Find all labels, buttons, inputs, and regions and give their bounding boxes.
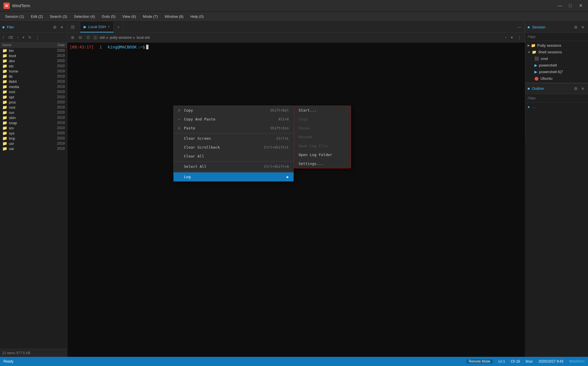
ctx-sep3 [174, 172, 293, 172]
filer-item[interactable]: 📁lib642019 [0, 79, 67, 84]
filer-item-date: 2019 [50, 126, 65, 130]
session-settings-icon[interactable]: ⚙ [573, 24, 579, 30]
split-h-icon[interactable]: ⊟ [77, 35, 83, 40]
ctx-clear-screen[interactable]: Clear Screen Ctrl+L [174, 134, 293, 143]
breadcrumb-more-icon[interactable]: › [504, 35, 508, 40]
menu-item-view--6-[interactable]: View (6) [119, 13, 139, 20]
tree-item-putty-sessions[interactable]: ▶📁Putty sessions [525, 42, 588, 49]
ctx-copy[interactable]: ⎘ Copy Shift+Del [174, 106, 293, 115]
filer-item[interactable]: 📁snap2019 [0, 120, 67, 125]
tab-close-icon[interactable]: ✕ [107, 25, 110, 29]
filer-item[interactable]: 📁tmp2020 [0, 136, 67, 141]
filer-settings-icon[interactable]: ⚙ [52, 24, 58, 30]
tree-item-cmd[interactable]: ⬛cmd [525, 55, 588, 62]
bc-local[interactable]: local ssh [137, 36, 150, 40]
tab-add-button[interactable]: + [114, 22, 123, 32]
tree-item-ubuntu[interactable]: ⬤Ubuntu [525, 75, 588, 82]
menu-item-help--0-[interactable]: Help (0) [187, 13, 206, 20]
filer-item-date: 2019 [50, 69, 65, 73]
ctx-select-all-shortcut: Ctrl+Shift+A [264, 165, 289, 169]
ctx-log[interactable]: Log ▶ [174, 172, 293, 181]
more-icon[interactable]: ⋮ [34, 35, 40, 40]
terminal-content[interactable]: [09:43:17] 1 king@MACBOOK :~$ ⎘ Copy Shi… [67, 42, 525, 357]
menu-item-goto--5-[interactable]: Goto (5) [99, 13, 118, 20]
up-icon[interactable]: ↑ [16, 35, 20, 40]
new-tab-icon[interactable]: ⊞ [70, 35, 76, 40]
outline-title: Outline [532, 86, 572, 91]
outline-panel: ■ Outline ⚙ ✕ ● ... [525, 83, 588, 140]
filer-item[interactable]: 📁etc2020 [0, 63, 67, 69]
backspace-icon[interactable]: ⌫ [7, 35, 14, 40]
session-filter-input[interactable] [528, 35, 586, 39]
bc-ssh[interactable]: ssh [100, 36, 105, 40]
filer-item-name: mnt [9, 90, 50, 94]
filer-item[interactable]: 📁run2020 [0, 110, 67, 115]
filer-item-date: 2019 [50, 95, 65, 99]
filer-item[interactable]: 📁srv2019 [0, 125, 67, 131]
sub-start[interactable]: Start... [294, 106, 351, 115]
tab-bar: ⬛ ▶ Local SSH ✕ + — [67, 22, 525, 33]
ctx-copy-paste[interactable]: ✂ Copy And Paste Alt+X [174, 115, 293, 124]
main-area: ■ Filer ⚙ ✕ / ⌫ ↑ ▾ ↻ ⋮ Name Date 📁bin20… [0, 22, 588, 357]
filer-item-name: sys [9, 131, 50, 135]
split-v-icon[interactable]: ⊡ [85, 35, 91, 40]
outline-close-icon[interactable]: ✕ [580, 86, 586, 92]
filer-item[interactable]: 📁bin2020 [0, 48, 67, 53]
filer-item[interactable]: 📁mnt2019 [0, 89, 67, 94]
tab-collapse-button[interactable]: — [514, 22, 525, 32]
filer-item[interactable]: 📁proc2020 [0, 100, 67, 105]
tree-item-shell-sessions[interactable]: ▼📁Shell sessions [525, 49, 588, 55]
add-tab-icon: + [117, 25, 119, 29]
filer-item[interactable]: 📁var2019 [0, 146, 67, 151]
outline-dots-text: ... [532, 105, 536, 109]
filer-item[interactable]: 📁sys2020 [0, 131, 67, 136]
filer-item[interactable]: 📁media2019 [0, 84, 67, 89]
folder-icon: 📁 [2, 115, 7, 120]
filer-close-icon[interactable]: ✕ [59, 24, 65, 30]
filer-item[interactable]: 📁sbin2019 [0, 115, 67, 120]
outline-filter-input[interactable] [528, 96, 586, 100]
filer-item[interactable]: 📁root2019 [0, 105, 67, 110]
terminal-more-icon[interactable]: ⋮ [516, 35, 523, 40]
filer-item-date: 2020 [50, 64, 65, 68]
filer-panel: ■ Filer ⚙ ✕ / ⌫ ↑ ▾ ↻ ⋮ Name Date 📁bin20… [0, 22, 67, 357]
filer-item[interactable]: 📁lib2019 [0, 74, 67, 79]
filer-item[interactable]: 📁opt2019 [0, 94, 67, 100]
ctx-select-all[interactable]: Select All Ctrl+Shift+A [174, 162, 293, 171]
menu-item-session--1-[interactable]: Session (1) [2, 13, 27, 20]
session-close-icon[interactable]: ✕ [580, 24, 586, 30]
close-button[interactable]: ✕ [577, 2, 585, 10]
status-mode: Remote Mode [467, 359, 493, 363]
filer-item[interactable]: 📁usr2019 [0, 141, 67, 146]
ctx-clear-scrollback[interactable]: Clear Scrollback Ctrl+Shift+L [174, 143, 293, 152]
maximize-button[interactable]: □ [566, 2, 574, 10]
menu-item-mode--7-[interactable]: Mode (7) [140, 13, 160, 20]
down-icon[interactable]: ▾ [21, 35, 26, 40]
info-icon[interactable]: i [93, 35, 98, 40]
tab-local-ssh[interactable]: ▶ Local SSH ✕ [80, 22, 114, 32]
prompt-path: :~$ [138, 45, 145, 49]
refresh-icon[interactable]: ↻ [27, 35, 33, 40]
minimize-button[interactable]: — [556, 2, 564, 10]
ubuntu-icon: ⬤ [534, 76, 539, 81]
sub-open-folder[interactable]: Open Log Folder [294, 150, 351, 159]
menu-item-selection--4-[interactable]: Selection (4) [71, 13, 98, 20]
ctx-clear-all[interactable]: Clear All [174, 152, 293, 161]
filer-item[interactable]: 📁home2019 [0, 69, 67, 74]
filer-item[interactable]: 📁dev2020 [0, 58, 67, 63]
ctx-clear-all-label: Clear All [184, 154, 289, 158]
menu-item-search--3-[interactable]: Search (3) [47, 13, 70, 20]
menu-item-window--8-[interactable]: Window (8) [162, 13, 187, 20]
menu-item-edit--2-[interactable]: Edit (2) [28, 13, 46, 20]
outline-settings-icon[interactable]: ⚙ [573, 86, 579, 92]
tree-item-powershell-6-7[interactable]: ▶powershell 6|7 [525, 69, 588, 75]
tree-item-powershell[interactable]: ▶powershell [525, 62, 588, 69]
tab-inactive[interactable]: ⬛ [67, 22, 80, 32]
bc-putty[interactable]: putty sessions [110, 36, 132, 40]
sub-settings[interactable]: Settings... [294, 159, 351, 168]
ctx-sep1 [174, 133, 293, 133]
ctx-paste[interactable]: ⎗ Paste Shift+Ins [174, 124, 293, 133]
breadcrumb-down-icon[interactable]: ▾ [509, 35, 514, 40]
tab-indicator: ⬛ [71, 25, 75, 29]
filer-item[interactable]: 📁boot2019 [0, 53, 67, 58]
